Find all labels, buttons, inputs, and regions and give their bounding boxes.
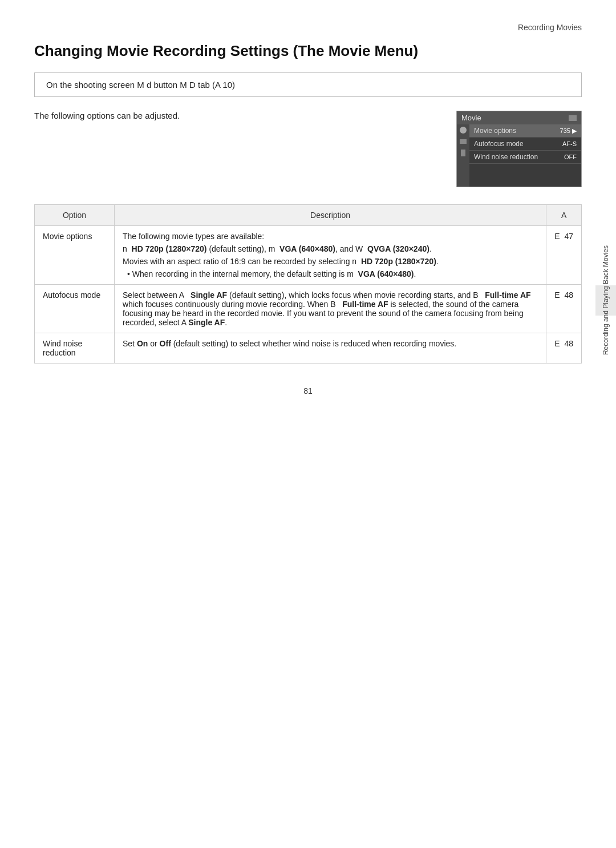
menu-side-icon-2 — [460, 139, 467, 144]
intro-text: The following options can be adjusted. — [34, 111, 433, 120]
page-number: 81 — [34, 386, 582, 395]
wind-noise-ref-num: 48 — [562, 339, 573, 348]
intro-section: The following options can be adjusted. M… — [34, 111, 582, 187]
wind-noise-ref: E 48 — [546, 333, 582, 364]
shooting-screen-box: On the shooting screen M d button M D ta… — [34, 72, 582, 97]
menu-row-2-label: Autofocus mode — [474, 140, 524, 148]
col-header-a: A — [546, 205, 582, 226]
menu-row-3-value: OFF — [564, 154, 577, 160]
intro-paragraph: The following options can be adjusted. — [34, 111, 180, 120]
autofocus-description: Select between A Single AF (default sett… — [115, 285, 546, 333]
page-header: Recording Movies — [34, 23, 582, 32]
wind-noise-ref-letter: E — [554, 339, 560, 348]
wind-noise-description: Set On or Off (default setting) to selec… — [115, 333, 546, 364]
menu-row-1-label: Movie options — [474, 127, 516, 135]
settings-table: Option Description A Movie options The f… — [34, 204, 582, 364]
wind-noise-ref-cell: E 48 — [554, 339, 573, 348]
col-header-option: Option — [35, 205, 115, 226]
wind-noise-content: Set On or Off (default setting) to selec… — [123, 339, 538, 348]
col-header-description: Description — [115, 205, 546, 226]
autofocus-content: Select between A Single AF (default sett… — [123, 290, 538, 327]
wind-noise-p1: Set On or Off (default setting) to selec… — [123, 339, 538, 348]
camera-menu-row-1: Movie options 735 ▶ — [469, 124, 581, 138]
autofocus-ref-letter: E — [554, 290, 560, 300]
menu-row-2-value: AF-S — [562, 140, 577, 147]
camera-menu-icon — [569, 115, 577, 121]
autofocus-ref-num: 48 — [562, 290, 573, 300]
menu-row-1-value: 735 ▶ — [560, 127, 577, 135]
camera-menu: Movie Movie options 735 ▶ Autofocus mode — [456, 111, 582, 187]
camera-menu-row-2: Autofocus mode AF-S — [469, 138, 581, 151]
table-header-row: Option Description A — [35, 205, 582, 226]
side-label-container: Recording and Playing Back Movies — [595, 285, 616, 316]
autofocus-ref-cell: E 48 — [554, 290, 573, 300]
movie-options-ref-letter: E — [554, 232, 560, 241]
camera-menu-title: Movie — [457, 111, 581, 124]
camera-menu-title-text: Movie — [461, 114, 481, 122]
menu-row-3-label: Wind noise reduction — [474, 153, 538, 161]
movie-options-p4: • When recording in the internal memory,… — [127, 269, 538, 278]
movie-options-p3: Movies with an aspect ratio of 16:9 can … — [123, 257, 538, 266]
movie-options-content: The following movie types are available:… — [123, 232, 538, 278]
wind-noise-label: Wind noisereduction — [35, 333, 115, 364]
side-label: Recording and Playing Back Movies — [602, 245, 610, 355]
table-row-autofocus: Autofocus mode Select between A Single A… — [35, 285, 582, 333]
movie-options-ref-cell: E 47 — [554, 232, 573, 241]
camera-menu-row-3: Wind noise reduction OFF — [469, 151, 581, 164]
page-container: Recording Movies Changing Movie Recordin… — [0, 0, 616, 430]
page-title: Changing Movie Recording Settings (The M… — [34, 42, 582, 60]
autofocus-label: Autofocus mode — [35, 285, 115, 333]
shooting-screen-label: On the shooting screen M d button M D ta… — [46, 80, 235, 90]
menu-side-icon-1 — [460, 127, 467, 134]
menu-side-icon-3 — [461, 150, 465, 156]
table-row-wind-noise: Wind noisereduction Set On or Off (defau… — [35, 333, 582, 364]
page-header-text: Recording Movies — [518, 23, 582, 32]
movie-options-p2: n HD 720p (1280×720) (default setting), … — [123, 244, 538, 253]
movie-options-label: Movie options — [35, 226, 115, 285]
movie-options-ref: E 47 — [546, 226, 582, 285]
movie-options-description: The following movie types are available:… — [115, 226, 546, 285]
movie-options-ref-num: 47 — [562, 232, 573, 241]
movie-options-p1: The following movie types are available: — [123, 232, 538, 241]
autofocus-ref: E 48 — [546, 285, 582, 333]
autofocus-p1: Select between A Single AF (default sett… — [123, 290, 538, 327]
table-row-movie-options: Movie options The following movie types … — [35, 226, 582, 285]
